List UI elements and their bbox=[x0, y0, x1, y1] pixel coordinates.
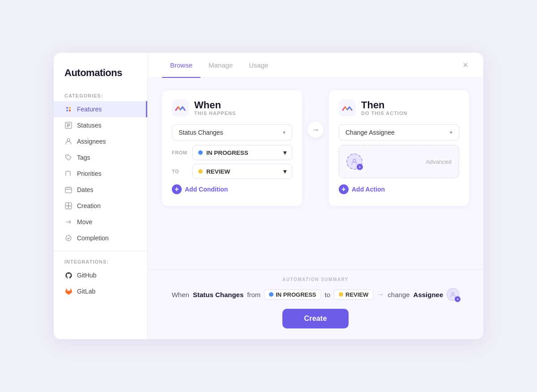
tab-manage[interactable]: Manage bbox=[200, 53, 241, 78]
to-value: REVIEW bbox=[206, 168, 230, 175]
action-select-value: Change Assignee bbox=[345, 129, 395, 136]
summary-avatar-plus-badge: + bbox=[455, 296, 460, 302]
integrations-label: INTEGRATIONS: bbox=[54, 256, 147, 267]
action-select-chevron: ▾ bbox=[450, 129, 452, 136]
create-button[interactable]: Create bbox=[282, 309, 348, 328]
when-header: When THIS HAPPENS bbox=[172, 99, 292, 116]
from-value: IN PROGRESS bbox=[206, 149, 248, 156]
svg-point-8 bbox=[67, 139, 70, 141]
summary-bar: AUTOMATION SUMMARY When Status Changes f… bbox=[148, 269, 483, 339]
summary-to-dot bbox=[339, 292, 343, 297]
trigger-select-row: Status Changes ▾ bbox=[172, 124, 292, 141]
sidebar-item-dates[interactable]: Dates bbox=[54, 182, 147, 198]
tab-browse[interactable]: Browse bbox=[162, 53, 200, 78]
features-icon bbox=[64, 105, 72, 113]
sidebar-item-tags-label: Tags bbox=[77, 154, 90, 161]
trigger-select-value: Status Changes bbox=[179, 129, 223, 136]
sidebar-item-move[interactable]: Move bbox=[54, 214, 147, 230]
sidebar-item-statuses[interactable]: Statuses bbox=[54, 117, 147, 133]
summary-assignee-avatar: + bbox=[447, 288, 459, 301]
sidebar-item-tags[interactable]: Tags bbox=[54, 149, 147, 166]
sidebar-item-creation-label: Creation bbox=[77, 202, 101, 209]
arrow-separator: → bbox=[302, 90, 329, 138]
svg-rect-7 bbox=[67, 126, 69, 127]
from-select[interactable]: IN PROGRESS ▾ bbox=[192, 145, 292, 160]
creation-icon bbox=[64, 202, 72, 210]
assignee-area: + Advanced bbox=[339, 145, 459, 178]
header: Browse Manage Usage × bbox=[148, 53, 483, 78]
sidebar-item-assignees-label: Assignees bbox=[77, 138, 106, 145]
summary-label: AUTOMATION SUMMARY bbox=[162, 277, 469, 282]
to-select[interactable]: REVIEW ▾ bbox=[192, 164, 292, 179]
categories-label: CATEGORIES: bbox=[54, 89, 147, 101]
summary-to-value: REVIEW bbox=[345, 291, 368, 298]
add-condition-button[interactable]: + Add Condition bbox=[172, 183, 228, 196]
trigger-select[interactable]: Status Changes ▾ bbox=[172, 124, 292, 141]
sidebar-item-completion[interactable]: Completion bbox=[54, 230, 147, 246]
sidebar-item-github[interactable]: GitHub bbox=[54, 267, 147, 283]
to-dot bbox=[198, 169, 203, 174]
from-dot bbox=[198, 150, 203, 155]
summary-action-bold: Assignee bbox=[413, 291, 443, 298]
dates-icon bbox=[64, 186, 72, 194]
summary-arrow-icon: → bbox=[377, 290, 384, 298]
automations-modal: Automations CATEGORIES: Features bbox=[54, 53, 483, 339]
sidebar-item-gitlab-label: GitLab bbox=[77, 288, 95, 295]
from-condition-row: FROM IN PROGRESS ▾ bbox=[172, 145, 292, 160]
summary-to-badge: REVIEW bbox=[334, 290, 373, 300]
sidebar-item-priorities[interactable]: Priorities bbox=[54, 166, 147, 182]
automation-builder: When THIS HAPPENS Status Changes ▾ FROM bbox=[148, 78, 483, 269]
summary-from-badge: IN PROGRESS bbox=[264, 290, 321, 300]
then-title-block: Then DO THIS ACTION bbox=[361, 100, 407, 116]
svg-point-9 bbox=[67, 156, 68, 157]
add-action-label: Add Action bbox=[352, 186, 385, 193]
from-chevron: ▾ bbox=[283, 149, 286, 156]
then-title: Then bbox=[361, 100, 407, 111]
tab-usage[interactable]: Usage bbox=[241, 53, 276, 78]
sidebar-item-features[interactable]: Features bbox=[54, 101, 147, 117]
svg-rect-5 bbox=[67, 124, 70, 124]
move-icon bbox=[64, 218, 72, 226]
sidebar-item-creation[interactable]: Creation bbox=[54, 198, 147, 214]
then-logo bbox=[339, 99, 356, 116]
add-condition-plus-icon: + bbox=[172, 184, 182, 194]
add-action-button[interactable]: + Add Action bbox=[339, 183, 385, 196]
modal-title: Automations bbox=[54, 67, 147, 89]
add-action-plus-icon: + bbox=[339, 184, 349, 194]
to-label: TO bbox=[172, 169, 189, 174]
svg-point-1 bbox=[69, 107, 71, 109]
when-logo bbox=[172, 99, 189, 116]
sidebar-item-completion-label: Completion bbox=[77, 234, 109, 242]
sidebar: Automations CATEGORIES: Features bbox=[54, 53, 148, 339]
then-header: Then DO THIS ACTION bbox=[339, 99, 459, 116]
when-card: When THIS HAPPENS Status Changes ▾ FROM bbox=[162, 90, 302, 206]
sidebar-item-priorities-label: Priorities bbox=[77, 170, 101, 177]
from-label: FROM bbox=[172, 150, 189, 155]
assignees-icon bbox=[64, 137, 72, 145]
when-title: When bbox=[194, 100, 236, 111]
main-content: Browse Manage Usage × bbox=[148, 53, 483, 339]
svg-point-14 bbox=[452, 293, 454, 295]
gitlab-icon bbox=[64, 287, 72, 295]
svg-point-13 bbox=[353, 159, 356, 162]
sidebar-item-github-label: GitHub bbox=[77, 272, 97, 279]
add-condition-label: Add Condition bbox=[185, 186, 228, 193]
sidebar-item-move-label: Move bbox=[77, 218, 92, 226]
summary-when-prefix: When bbox=[172, 291, 189, 298]
summary-from-word: from bbox=[247, 291, 260, 298]
avatar-plus[interactable]: + bbox=[346, 153, 362, 170]
close-button[interactable]: × bbox=[458, 58, 473, 72]
sidebar-item-features-label: Features bbox=[77, 106, 102, 113]
sidebar-item-assignees[interactable]: Assignees bbox=[54, 133, 147, 149]
when-subtitle: THIS HAPPENS bbox=[194, 111, 236, 116]
action-select[interactable]: Change Assignee ▾ bbox=[339, 124, 459, 141]
summary-to-word: to bbox=[325, 291, 331, 298]
tags-icon bbox=[64, 153, 72, 162]
svg-point-0 bbox=[66, 107, 68, 109]
github-icon bbox=[64, 271, 72, 279]
sidebar-item-gitlab[interactable]: GitLab bbox=[54, 283, 147, 299]
advanced-link[interactable]: Advanced bbox=[426, 158, 452, 165]
summary-from-value: IN PROGRESS bbox=[276, 291, 316, 298]
trigger-select-chevron: ▾ bbox=[283, 129, 286, 136]
arrow-icon: → bbox=[307, 122, 324, 138]
